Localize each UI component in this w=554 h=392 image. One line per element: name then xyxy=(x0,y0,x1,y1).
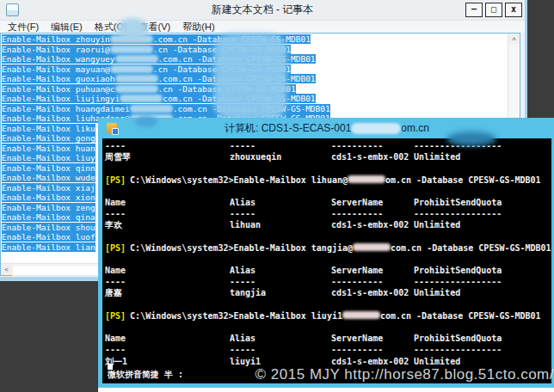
blank-line xyxy=(105,299,551,310)
header-cell: ProhibitSendQuota xyxy=(414,265,502,276)
table-header-row: NameAliasServerNameProhibitSendQuota xyxy=(105,265,551,276)
maximize-button[interactable]: □ xyxy=(485,3,502,17)
prompt-path: C:\Windows\system32> xyxy=(130,175,233,185)
header-cell: ServerName xyxy=(331,333,383,344)
redaction-smudge xyxy=(135,116,157,127)
command-text: Enable-Mailbox xion xyxy=(2,193,95,202)
cell-server: cds1-s-embx-002 xyxy=(331,287,409,298)
divider-cell: ----------------- xyxy=(414,208,502,219)
text-cursor xyxy=(108,364,113,370)
divider-cell: ---- xyxy=(105,208,126,219)
console-title-text: 计算机: CDS1-S-ECAS-001 xyxy=(225,122,351,134)
cell-alias: zhouxueqin xyxy=(230,151,281,162)
command-text: Enable-Mailbox liku xyxy=(2,124,95,133)
command-text: Enable-Mailbox qinn xyxy=(2,163,95,173)
selection-highlight: Enable-Mailbox lian xyxy=(2,242,95,252)
redaction-smudge xyxy=(446,132,496,146)
redacted-text xyxy=(130,105,173,113)
table-divider-row: ------------------------------------ xyxy=(105,344,551,355)
header-cell: ServerName xyxy=(331,265,383,276)
watermark: © 2015 MJY http://horse87.blog.51cto.com… xyxy=(255,366,554,383)
menu-file[interactable]: 文件(F) xyxy=(2,21,45,34)
ime-status: 微软拼音简捷 半 : xyxy=(108,369,183,381)
mailbox-row: 刘一1liuyi1cds1-s-embx-002Unlimited xyxy=(105,356,551,367)
mailbox-row: 唐嘉tangjiacds1-s-embx-002Unlimited xyxy=(105,287,551,298)
notepad-window-title: 新建文本文档 - 记事本 xyxy=(0,3,525,17)
redacted-text xyxy=(120,95,163,102)
header-cell: ServerName xyxy=(331,197,383,208)
divider-cell: ----------------- xyxy=(414,344,502,355)
redacted-text xyxy=(115,55,158,63)
blank-line xyxy=(105,231,551,242)
divider-cell: ---- xyxy=(105,140,126,151)
scroll-left-icon[interactable]: ˂ xyxy=(1,264,12,275)
header-cell: Name xyxy=(105,265,126,276)
desktop: 新建文本文档 - 记事本 – □ x 文件(F)编辑(E)格式(O)查看(V)帮… xyxy=(0,0,554,392)
divider-cell: ----- xyxy=(230,208,255,219)
command-text: Enable-Mailbox wangyuey xyxy=(2,54,115,64)
command-text: Enable-Mailbox liuyi1 xyxy=(234,311,342,321)
command-text: Enable-Mailbox raorui@ xyxy=(2,45,110,54)
redacted-text xyxy=(110,46,153,53)
cell-quota: Unlimited xyxy=(414,219,460,230)
command-text: Enable-Mailbox qina xyxy=(2,212,95,222)
command-text: Enable-Mailbox tangjia@ xyxy=(234,243,353,253)
redacted-text xyxy=(342,311,380,319)
command-text: Enable-Mailbox wude xyxy=(2,173,95,182)
command-text: com.cn -Database CPESW-GS-MDB01 xyxy=(391,243,551,253)
command-text: Enable-Mailbox luof xyxy=(2,232,95,242)
divider-cell: ---------- xyxy=(331,276,383,287)
cell-alias: lihuan xyxy=(230,219,261,230)
cell-name: 唐嘉 xyxy=(105,287,122,298)
command-text: Enable-Mailbox lian xyxy=(2,242,95,252)
redaction-smudge xyxy=(214,34,286,120)
window-controls: – □ x xyxy=(465,3,522,17)
prompt-path: C:\Windows\system32> xyxy=(130,243,233,253)
command-text: Enable-Mailbox zeng xyxy=(2,203,95,212)
cell-alias: tangjia xyxy=(230,287,266,298)
cell-name: 李欢 xyxy=(105,219,122,230)
selection-highlight: Enable-Mailbox luof xyxy=(2,232,95,242)
prompt-path: C:\Windows\system32> xyxy=(130,311,233,321)
command-text: Enable-Mailbox zhouyin xyxy=(2,34,110,44)
scroll-up-icon[interactable]: ˄ xyxy=(508,34,520,45)
divider-cell: ----- xyxy=(230,140,255,151)
notepad-titlebar[interactable]: 新建文本文档 - 记事本 – □ x xyxy=(0,0,525,21)
command-text: om.cn -Database CPESW-GS-MDB01 xyxy=(385,175,541,185)
close-button[interactable]: x xyxy=(505,3,522,17)
divider-cell: ---------- xyxy=(331,344,383,355)
redacted-text xyxy=(115,75,158,83)
command-line: [PS]C:\Windows\system32>Enable-Mailbox l… xyxy=(105,310,551,322)
divider-cell: ----- xyxy=(230,276,255,287)
divider-cell: ---- xyxy=(105,276,126,287)
table-header-row: NameAliasServerNameProhibitSendQuota xyxy=(105,197,551,208)
command-text: Enable-Mailbox liujingyi xyxy=(2,94,120,103)
table-divider-row: ------------------------------------ xyxy=(105,276,551,287)
menu-edit[interactable]: 编辑(E) xyxy=(45,21,89,34)
command-text: Enable-Mailbox liuy xyxy=(2,153,95,162)
cell-quota: Unlimited xyxy=(414,287,460,298)
menu-help[interactable]: 帮助(H) xyxy=(176,21,220,34)
minimize-button[interactable]: – xyxy=(465,3,483,17)
console-output[interactable]: ------------------------------------周雪琴z… xyxy=(102,138,551,383)
header-cell: ProhibitSendQuota xyxy=(414,197,502,208)
blank-line xyxy=(105,322,551,333)
selection-highlight: Enable-Mailbox huan xyxy=(2,144,95,153)
blank-line xyxy=(105,186,551,197)
selection-highlight: Enable-Mailbox liuy xyxy=(2,153,95,162)
mailbox-row: 李欢lihuancds1-s-embx-002Unlimited xyxy=(105,219,551,230)
header-cell: Name xyxy=(105,333,126,344)
ps-prompt: [PS] xyxy=(105,243,126,253)
console-title-text: om.cn xyxy=(401,122,429,134)
redacted-text xyxy=(115,85,158,93)
command-text: Enable-Mailbox guoxiaoh xyxy=(2,74,115,83)
ps-prompt: [PS] xyxy=(105,175,126,185)
divider-cell: ---------- xyxy=(331,208,383,219)
header-cell: Alias xyxy=(230,265,255,276)
command-text: Enable-Mailbox gong xyxy=(2,133,95,143)
command-text: Enable-Mailbox xiaj xyxy=(2,183,95,193)
command-line: [PS]C:\Windows\system32>Enable-Mailbox t… xyxy=(105,242,551,254)
ime-status-text: 微软拼音简捷 半 : xyxy=(108,370,183,379)
cell-quota: Unlimited xyxy=(414,356,460,367)
exchange-shell-window: 计算机: CDS1-S-ECAS-001om.cn --------------… xyxy=(98,118,554,388)
